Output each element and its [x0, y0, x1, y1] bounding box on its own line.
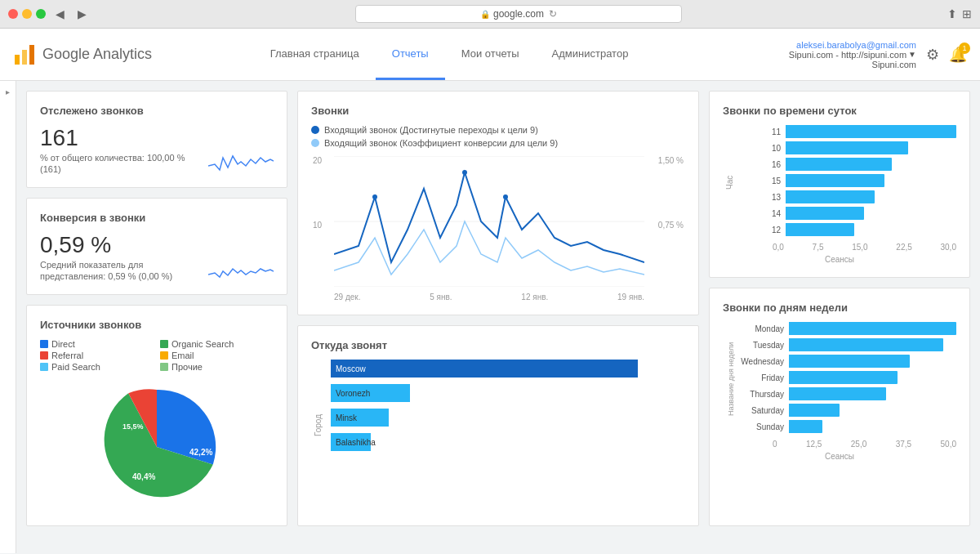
bar-row-monday: Monday — [739, 322, 956, 335]
user-info: aleksei.barabolya@gmail.com Sipuni.com -… — [789, 40, 916, 69]
calls-source-title: Откуда звонят — [311, 339, 685, 351]
legend-circle-2 — [311, 139, 319, 147]
conversion-title: Конверсия в звонки — [40, 212, 274, 224]
forward-button[interactable]: ▶ — [74, 6, 90, 22]
bar-row-friday: Friday — [739, 371, 956, 384]
calls-by-weekday-card: Звонки по дням недели Название дня недел… — [709, 288, 970, 526]
city-chart: Moscow Voronezh — [324, 360, 685, 490]
svg-point-10 — [462, 170, 467, 175]
time-bar-chart: 11 10 16 15 — [736, 125, 956, 239]
bar-row-14: 14 — [736, 207, 956, 220]
lock-icon: 🔒 — [480, 10, 490, 19]
conversion-card: Конверсия в звонки 0,59 % Средний показа… — [26, 198, 287, 295]
header-right: aleksei.barabolya@gmail.com Sipuni.com -… — [722, 40, 967, 69]
share-button[interactable]: ⬆ — [947, 7, 957, 20]
city-bar-label-moscow: Moscow — [336, 364, 366, 373]
sidebar-toggle[interactable]: ▸ — [0, 81, 16, 553]
time-y-axis-label: Час — [723, 125, 736, 239]
legend-row-1: Входящий звонок (Достигнутые переходы к … — [311, 125, 685, 135]
legend-direct: Direct — [40, 339, 154, 349]
calls-tracked-title: Отслежено звонков — [40, 105, 274, 117]
tab-home[interactable]: Главная страница — [254, 29, 376, 80]
main-wrapper: ▸ Отслежено звонков 161 % от общего коли… — [0, 81, 980, 553]
traffic-lights — [8, 9, 46, 19]
legend-organic: Organic Search — [160, 339, 274, 349]
weekday-y-axis-label: Название дня недели — [723, 322, 739, 436]
bar-row-thursday: Thursday — [739, 387, 956, 400]
conversion-sub1: Средний показатель для — [40, 260, 172, 270]
dropdown-icon[interactable]: ▼ — [908, 50, 916, 59]
bar-row-saturday: Saturday — [739, 404, 956, 417]
legend-email: Email — [160, 351, 274, 360]
calls-chart-title: Звонки — [311, 105, 685, 117]
city-y-axis-label: Город — [311, 360, 324, 490]
content-area: Отслежено звонков 161 % от общего количе… — [16, 81, 980, 553]
pie-chart: 42,2% 40,4% 15,5% — [40, 382, 274, 512]
maximize-button[interactable] — [36, 9, 46, 19]
browser-chrome: ◀ ▶ 🔒 google.com ↻ ⬆ ⊞ — [0, 0, 980, 29]
calls-source-card: Откуда звонят Город Moscow — [297, 325, 699, 526]
legend-referral: Referral — [40, 351, 154, 360]
tab-my-reports[interactable]: Мои отчеты — [445, 29, 536, 80]
refresh-icon[interactable]: ↻ — [549, 8, 557, 20]
close-button[interactable] — [8, 9, 18, 19]
legend-other: Прочие — [160, 362, 274, 372]
notifications-button[interactable]: 🔔 1 — [949, 46, 967, 64]
right-column: Звонки по времени суток Час 11 10 — [709, 91, 970, 526]
sources-title: Источники звонков — [40, 319, 274, 331]
svg-text:42,2%: 42,2% — [189, 448, 212, 457]
tab-reports[interactable]: Отчеты — [376, 29, 445, 80]
city-bar-label-minsk: Minsk — [336, 413, 357, 422]
calls-tracked-sub1: % от общего количества: 100,00 % — [40, 153, 185, 163]
url-text: google.com — [493, 8, 544, 20]
legend-paid-dot — [40, 363, 48, 371]
conversion-sub2: представления: 0,59 % (0,00 %) — [40, 271, 172, 281]
svg-rect-1 — [22, 50, 27, 65]
legend-other-dot — [160, 363, 168, 371]
calls-by-time-card: Звонки по времени суток Час 11 10 — [709, 91, 970, 278]
bar-row-16: 16 — [736, 158, 956, 171]
city-row-balashikha: Balashikha — [324, 433, 685, 451]
weekday-x-axis: 0 12,5 25,0 37,5 50,0 — [723, 440, 956, 449]
city-row-voronezh: Voronezh — [324, 384, 685, 402]
y-axis-right: 1,50 % 0,75 % — [658, 156, 684, 285]
weekday-bar-chart: Monday Tuesday Wednesday Friday — [739, 322, 956, 436]
left-column: Отслежено звонков 161 % от общего количе… — [26, 91, 287, 526]
svg-rect-2 — [29, 45, 34, 65]
user-email[interactable]: aleksei.barabolya@gmail.com — [789, 40, 916, 50]
y-axis-left: 20 10 — [313, 156, 322, 285]
settings-button[interactable]: ⚙ — [926, 46, 939, 64]
legend-referral-dot — [40, 351, 48, 360]
calls-tracked-sub2: (161) — [40, 164, 185, 174]
address-bar[interactable]: 🔒 google.com ↻ — [355, 5, 682, 23]
time-x-axis-label: Сеансы — [723, 255, 956, 264]
back-button[interactable]: ◀ — [52, 6, 68, 22]
time-x-axis: 0,0 7,5 15,0 22,5 30,0 — [723, 243, 956, 252]
calls-line-chart — [334, 156, 644, 287]
legend-row-2: Входящий звонок (Коэффициент конверсии д… — [311, 138, 685, 148]
legend-label-1: Входящий звонок (Достигнутые переходы к … — [324, 125, 538, 135]
bar-row-11: 11 — [736, 125, 956, 138]
calls-by-weekday-title: Звонки по дням недели — [723, 302, 956, 314]
conversion-sparkline — [208, 248, 274, 281]
user-site-name: Sipuni.com — [789, 60, 916, 69]
tab-admin[interactable]: Администратор — [536, 29, 645, 80]
x-axis-labels: 29 дек. 5 янв. 12 янв. 19 янв. — [334, 289, 644, 302]
legend-paid: Paid Search — [40, 362, 154, 372]
sources-legend: Direct Organic Search Referral Email — [40, 339, 274, 372]
city-bar-label-voronezh: Voronezh — [336, 389, 370, 398]
logo-text: Google Analytics — [42, 46, 152, 63]
minimize-button[interactable] — [22, 9, 32, 19]
legend-email-dot — [160, 351, 168, 360]
city-row-minsk: Minsk — [324, 409, 685, 427]
app-header: Google Analytics Главная страница Отчеты… — [0, 29, 980, 81]
main-nav: Главная страница Отчеты Мои отчеты Админ… — [176, 29, 722, 80]
bar-row-tuesday: Tuesday — [739, 338, 956, 351]
new-tab-button[interactable]: ⊞ — [962, 7, 972, 20]
bar-row-10: 10 — [736, 141, 956, 154]
bar-row-wednesday: Wednesday — [739, 355, 956, 368]
city-bar-label-balashikha: Balashikha — [336, 438, 376, 447]
bar-row-sunday: Sunday — [739, 420, 956, 433]
chart-legend: Входящий звонок (Достигнутые переходы к … — [311, 125, 685, 148]
legend-organic-dot — [160, 340, 168, 348]
